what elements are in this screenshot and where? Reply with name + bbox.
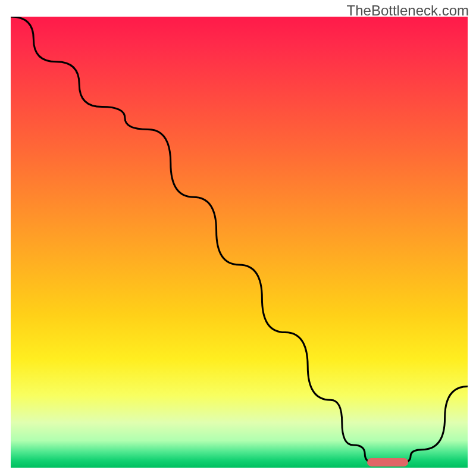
chart-svg xyxy=(11,17,468,468)
chart-container: TheBottleneck.com xyxy=(0,0,476,476)
plot-area xyxy=(11,17,468,468)
watermark-text: TheBottleneck.com xyxy=(347,2,469,19)
optimal-marker xyxy=(367,458,408,466)
